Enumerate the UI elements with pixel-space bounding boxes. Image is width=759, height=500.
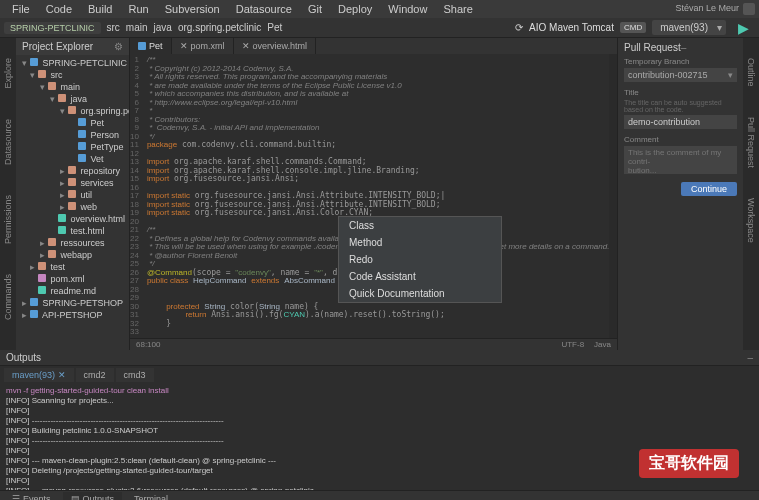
pr-title-label: Title	[624, 88, 737, 97]
tree-node[interactable]: readme.md	[16, 285, 129, 297]
crumb-main[interactable]: main	[126, 22, 148, 33]
menubar: File Code Build Run Subversion Datasourc…	[0, 0, 759, 18]
ctx-code-assistant[interactable]: Code Assistant	[339, 268, 501, 285]
outputs-header: Outputs–	[0, 350, 759, 366]
tree-node[interactable]: Pet	[16, 117, 129, 129]
btab-terminal[interactable]: Terminal	[126, 492, 176, 501]
btab-events[interactable]: ☰ Events	[4, 492, 59, 501]
pr-title-hint: The title can be auto suggested based on…	[624, 99, 737, 113]
editor-statusbar: 68:100 UTF-8 Java	[130, 338, 617, 350]
editor-tab-pet[interactable]: Pet	[130, 38, 172, 54]
user-label[interactable]: Stévan Le Meur	[675, 3, 755, 15]
watermark: 宝哥软件园	[639, 449, 739, 478]
tree-node[interactable]: ▸ web	[16, 201, 129, 213]
tree-node[interactable]: ▸ webapp	[16, 249, 129, 261]
tree-node[interactable]: test.html	[16, 225, 129, 237]
ctx-quick-doc[interactable]: Quick Documentation	[339, 285, 501, 302]
tree-node[interactable]: ▸ API-PETSHOP	[16, 309, 129, 321]
btab-outputs[interactable]: ▤ Outputs	[63, 492, 123, 501]
pr-title-input[interactable]	[624, 115, 737, 129]
menu-file[interactable]: File	[4, 3, 38, 15]
editor-tabs: Pet ✕ pom.xml ✕ overview.html	[130, 38, 617, 54]
menu-window[interactable]: Window	[380, 3, 435, 15]
tree-node[interactable]: PetType	[16, 141, 129, 153]
editor-tab-pom[interactable]: ✕ pom.xml	[172, 38, 234, 54]
main: Explore Datasource Permissions Commands …	[0, 38, 759, 350]
menu-build[interactable]: Build	[80, 3, 120, 15]
lefttab-explore[interactable]: Explore	[3, 58, 13, 89]
lefttab-permissions[interactable]: Permissions	[3, 195, 13, 244]
righttab-outline[interactable]: Outline	[746, 58, 756, 87]
server-label: AIO Maven Tomcat	[529, 22, 614, 33]
pr-continue-button[interactable]: Continue	[681, 182, 737, 196]
cmd-badge: CMD	[620, 22, 646, 33]
project-crumb[interactable]: SPRING-PETCLINIC	[4, 22, 101, 34]
language[interactable]: Java	[594, 340, 611, 349]
tree-node[interactable]: ▸ ressources	[16, 237, 129, 249]
lefttab-datasource[interactable]: Datasource	[3, 119, 13, 165]
crumb-java[interactable]: java	[154, 22, 172, 33]
tree-node[interactable]: ▸ test	[16, 261, 129, 273]
tree-node[interactable]: ▸ repository	[16, 165, 129, 177]
otab-cmd2[interactable]: cmd2	[76, 368, 114, 382]
tree-node[interactable]: Person	[16, 129, 129, 141]
editor-tab-overview[interactable]: ✕ overview.html	[234, 38, 317, 54]
line-gutter: 1 2 3 4 5 6 7 8 9 10 11 12 13 14 15 16 1…	[130, 54, 143, 338]
menu-deploy[interactable]: Deploy	[330, 3, 380, 15]
toolbar: SPRING-PETCLINIC src main java org.sprin…	[0, 18, 759, 38]
tree-node[interactable]: ▾ SPRING-PETCLINIC	[16, 57, 129, 69]
encoding[interactable]: UTF-8	[561, 340, 584, 349]
context-menu: Class Method Redo Code Assistant Quick D…	[338, 216, 502, 303]
crumb-file[interactable]: Pet	[267, 22, 282, 33]
avatar	[743, 3, 755, 15]
cursor-pos: 68:100	[136, 340, 160, 349]
menu-code[interactable]: Code	[38, 3, 80, 15]
menu-git[interactable]: Git	[300, 3, 330, 15]
tree-node[interactable]: ▾ java	[16, 93, 129, 105]
run-config-dropdown[interactable]: maven(93)	[652, 20, 726, 35]
tree-node[interactable]: ▾ org.spring.petclinic	[16, 105, 129, 117]
menu-subversion[interactable]: Subversion	[157, 3, 228, 15]
pr-title: Pull Request–	[624, 42, 737, 53]
right-sidebar: Outline Pull Request Workspace	[743, 38, 759, 350]
righttab-pullrequest[interactable]: Pull Request	[746, 117, 756, 168]
menu-datasource[interactable]: Datasource	[228, 3, 300, 15]
tree-node[interactable]: ▸ util	[16, 189, 129, 201]
explorer-gear-icon[interactable]: ⚙	[114, 41, 123, 52]
otab-cmd3[interactable]: cmd3	[116, 368, 154, 382]
ctx-method[interactable]: Method	[339, 234, 501, 251]
tree-node[interactable]: Vet	[16, 153, 129, 165]
lefttab-commands[interactable]: Commands	[3, 274, 13, 320]
tree-node[interactable]: pom.xml	[16, 273, 129, 285]
minimap[interactable]	[609, 54, 617, 338]
menu-run[interactable]: Run	[121, 3, 157, 15]
tree-node[interactable]: ▾ src	[16, 69, 129, 81]
pr-branch-label: Temporary Branch	[624, 57, 737, 66]
file-tree: ▾ SPRING-PETCLINIC▾ src▾ main▾ java▾ org…	[16, 55, 129, 323]
ctx-class[interactable]: Class	[339, 217, 501, 234]
left-sidebar: Explore Datasource Permissions Commands	[0, 38, 16, 350]
pr-close-icon[interactable]: –	[681, 42, 687, 53]
pr-branch-dropdown[interactable]: contribution-002715	[624, 68, 737, 82]
editor: Pet ✕ pom.xml ✕ overview.html 1 2 3 4 5 …	[130, 38, 617, 350]
run-button[interactable]: ▶	[732, 20, 755, 36]
refresh-icon[interactable]: ⟳	[515, 22, 523, 33]
tree-node[interactable]: ▸ services	[16, 177, 129, 189]
crumb-src[interactable]: src	[107, 22, 120, 33]
ctx-redo[interactable]: Redo	[339, 251, 501, 268]
outputs-close-icon[interactable]: –	[747, 352, 753, 363]
outputs-tabs: maven(93) ✕ cmd2 cmd3	[0, 366, 759, 382]
righttab-workspace[interactable]: Workspace	[746, 198, 756, 243]
tree-node[interactable]: ▾ main	[16, 81, 129, 93]
crumb-pkg[interactable]: org.spring.petclinic	[178, 22, 261, 33]
bottom-bar: ☰ Events ▤ Outputs Terminal	[0, 490, 759, 500]
tree-node[interactable]: overview.html	[16, 213, 129, 225]
tree-node[interactable]: ▸ SPRING-PETSHOP	[16, 297, 129, 309]
explorer-header: Project Explorer⚙	[16, 38, 129, 55]
pr-comment-input[interactable]	[624, 146, 737, 174]
project-explorer: Project Explorer⚙ ▾ SPRING-PETCLINIC▾ sr…	[16, 38, 130, 350]
pull-request-panel: Pull Request– Temporary Branch contribut…	[617, 38, 743, 350]
menu-share[interactable]: Share	[435, 3, 480, 15]
pr-comment-label: Comment	[624, 135, 737, 144]
otab-maven[interactable]: maven(93) ✕	[4, 368, 74, 382]
